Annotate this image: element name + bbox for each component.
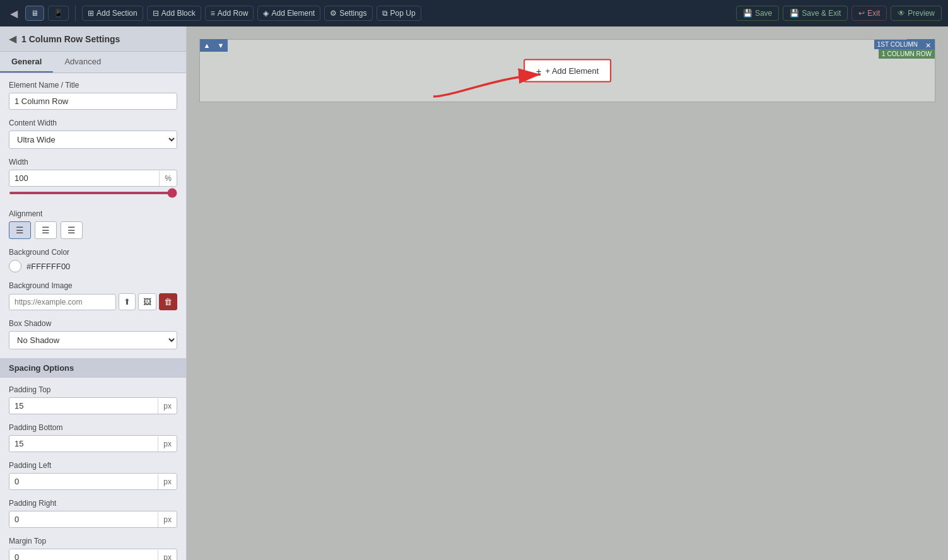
row-container: ▲ ▼ ⧉ ✕ + + Add Element 1ST COLUMN 1 COL…: [199, 39, 935, 102]
bg-image-label: Background Image: [9, 281, 177, 290]
save-exit-icon: 💾: [790, 9, 799, 18]
align-right-icon: ☰: [67, 225, 76, 235]
save-button[interactable]: 💾 Save: [736, 6, 779, 21]
image-gallery-button[interactable]: 🖼: [138, 293, 156, 310]
popup-icon: ⧉: [382, 9, 388, 18]
exit-icon: ↩: [858, 9, 865, 18]
preview-button[interactable]: 👁 Preview: [891, 6, 942, 21]
color-swatch[interactable]: [9, 260, 21, 272]
alignment-buttons: ☰ ☰ ☰: [9, 221, 177, 239]
settings-panel: ◀ 1 Column Row Settings General Advanced…: [0, 26, 187, 560]
padding-left-input[interactable]: [9, 474, 158, 489]
margin-top-unit: px: [158, 550, 177, 561]
add-row-button[interactable]: ≡ Add Row: [205, 6, 254, 21]
settings-icon: ⚙: [330, 9, 337, 18]
padding-top-unit: px: [158, 399, 177, 414]
box-shadow-select[interactable]: No Shadow Small Medium Large: [9, 331, 177, 349]
main-layout: ◀ 1 Column Row Settings General Advanced…: [0, 26, 948, 560]
padding-bottom-label: Padding Bottom: [9, 423, 177, 432]
add-element-button[interactable]: ◈ Add Element: [257, 6, 320, 21]
column-label-row: 1 COLUMN ROW: [879, 49, 935, 59]
spacing-section-header: Spacing Options: [0, 358, 186, 378]
mobile-icon: 📱: [54, 9, 63, 18]
tab-general[interactable]: General: [0, 52, 53, 73]
width-label: Width: [9, 158, 177, 166]
arrow-annotation: [414, 46, 591, 122]
padding-left-input-wrap: px: [9, 473, 177, 490]
color-value: #FFFFFF00: [26, 262, 70, 271]
width-slider[interactable]: [9, 192, 177, 194]
add-section-button[interactable]: ⊞ Add Section: [82, 6, 143, 21]
save-exit-button[interactable]: 💾 Save & Exit: [783, 6, 848, 21]
upload-icon: ⬆: [124, 297, 131, 306]
panel-header: ◀ 1 Column Row Settings: [0, 26, 186, 52]
padding-bottom-input-wrap: px: [9, 435, 177, 452]
content-width-label: Content Width: [9, 119, 177, 127]
delete-icon: 🗑: [164, 297, 172, 306]
toolbar-mobile-view-button[interactable]: 📱: [48, 6, 69, 21]
element-name-input[interactable]: [9, 93, 177, 110]
padding-right-label: Padding Right: [9, 499, 177, 508]
row-down-button[interactable]: ▼: [214, 39, 228, 52]
width-input-wrap: %: [9, 170, 177, 187]
margin-top-input[interactable]: [9, 549, 158, 560]
content-width-group: Content Width Ultra Wide Full Width Wide…: [9, 119, 177, 149]
align-left-button[interactable]: ☰: [9, 221, 31, 239]
align-right-button[interactable]: ☰: [61, 221, 83, 239]
width-unit: %: [159, 171, 177, 186]
padding-left-unit: px: [158, 474, 177, 489]
add-block-icon: ⊟: [153, 9, 159, 18]
padding-top-group: Padding Top px: [9, 385, 177, 414]
image-row: ⬆ 🖼 🗑: [9, 293, 177, 310]
panel-back-icon[interactable]: ◀: [9, 33, 16, 45]
toolbar-back-button[interactable]: ◀: [6, 5, 21, 22]
padding-bottom-unit: px: [158, 436, 177, 452]
image-upload-button[interactable]: ⬆: [119, 293, 136, 310]
gallery-icon: 🖼: [143, 297, 151, 306]
toolbar-desktop-view-button[interactable]: 🖥: [25, 6, 44, 21]
bg-color-group: Background Color #FFFFFF00: [9, 248, 177, 272]
add-block-button[interactable]: ⊟ Add Block: [147, 6, 201, 21]
padding-right-input[interactable]: [9, 511, 158, 527]
padding-right-unit: px: [158, 512, 177, 527]
bg-color-label: Background Color: [9, 248, 177, 257]
width-input[interactable]: [9, 170, 159, 186]
popup-button[interactable]: ⧉ Pop Up: [377, 6, 421, 21]
element-name-group: Element Name / Title: [9, 81, 177, 110]
element-name-label: Element Name / Title: [9, 81, 177, 90]
exit-button[interactable]: ↩ Exit: [851, 6, 887, 21]
add-row-icon: ≡: [211, 9, 215, 18]
align-center-icon: ☰: [42, 225, 50, 235]
settings-button[interactable]: ⚙ Settings: [324, 6, 372, 21]
toolbar: ◀ 🖥 📱 ⊞ Add Section ⊟ Add Block ≡ Add Ro…: [0, 0, 948, 26]
image-delete-button[interactable]: 🗑: [159, 293, 177, 310]
alignment-group: Alignment ☰ ☰ ☰: [9, 209, 177, 239]
padding-bottom-input[interactable]: [9, 436, 158, 452]
color-row: #FFFFFF00: [9, 260, 177, 272]
add-element-canvas-button[interactable]: + + Add Element: [524, 59, 612, 83]
panel-tabs: General Advanced: [0, 52, 186, 73]
save-icon: 💾: [743, 9, 752, 18]
tab-advanced[interactable]: Advanced: [53, 52, 112, 73]
width-group: Width %: [9, 158, 177, 201]
padding-right-input-wrap: px: [9, 511, 177, 528]
panel-content: Element Name / Title Content Width Ultra…: [0, 73, 186, 560]
desktop-icon: 🖥: [31, 9, 38, 18]
preview-icon: 👁: [898, 9, 905, 18]
padding-right-group: Padding Right px: [9, 499, 177, 528]
bg-image-group: Background Image ⬆ 🖼 🗑: [9, 281, 177, 310]
padding-top-input[interactable]: [9, 398, 158, 414]
align-center-button[interactable]: ☰: [35, 221, 57, 239]
padding-top-label: Padding Top: [9, 385, 177, 394]
padding-left-label: Padding Left: [9, 461, 177, 470]
row-up-button[interactable]: ▲: [200, 39, 214, 52]
padding-bottom-group: Padding Bottom px: [9, 423, 177, 452]
toolbar-separator: [75, 6, 76, 21]
padding-top-input-wrap: px: [9, 397, 177, 414]
margin-top-input-wrap: px: [9, 549, 177, 560]
image-url-input[interactable]: [9, 294, 116, 310]
box-shadow-group: Box Shadow No Shadow Small Medium Large: [9, 319, 177, 349]
content-width-select[interactable]: Ultra Wide Full Width Wide Normal Narrow: [9, 131, 177, 149]
add-section-icon: ⊞: [88, 9, 94, 18]
padding-left-group: Padding Left px: [9, 461, 177, 490]
